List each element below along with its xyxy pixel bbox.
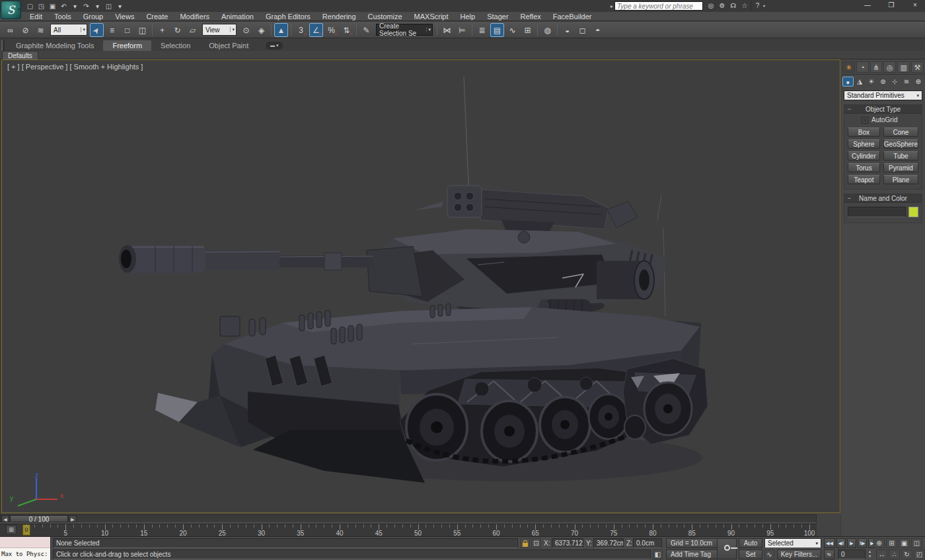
frame-spinner[interactable]: ▴ ▾ [867, 549, 873, 559]
minimize-button[interactable]: — [860, 0, 875, 11]
modify-tab-icon[interactable]: ◔ [856, 61, 869, 73]
unlink-selection-icon[interactable]: ⊘ [18, 23, 32, 37]
selection-filter-dropdown[interactable]: All▾ [50, 24, 87, 36]
cameras-category-icon[interactable]: ⊚ [877, 77, 889, 87]
menu-item[interactable]: Graph Editors [260, 12, 316, 21]
satellite-icon[interactable]: ☊ [728, 1, 739, 11]
named-selection-set-dropdown[interactable]: Create Selection Se▾ [376, 24, 433, 36]
lights-category-icon[interactable]: ☀ [866, 77, 877, 87]
go-to-start-button[interactable]: ◀◀ [824, 538, 835, 548]
select-object-icon[interactable]: ➤ [90, 23, 104, 37]
menu-item[interactable]: Modifiers [174, 12, 215, 21]
menu-item[interactable]: Tools [48, 12, 77, 21]
material-editor-icon[interactable]: ◍ [540, 23, 554, 37]
play-button[interactable]: ▶ [847, 538, 856, 548]
bind-to-space-warp-icon[interactable]: ≋ [34, 23, 48, 37]
schematic-view-icon[interactable]: ⊞ [521, 23, 535, 37]
ribbon-more-button[interactable]: ▬ ▾ [266, 42, 283, 50]
primitive-button[interactable]: Torus [848, 163, 880, 172]
absolute-offset-mode-icon[interactable]: ⊡ [531, 538, 541, 548]
set-key-button[interactable]: Set Key [739, 549, 762, 559]
select-and-scale-icon[interactable]: ▱ [186, 23, 200, 37]
walk-through-icon[interactable]: ∴ [889, 549, 900, 559]
time-slider-next-arrow[interactable]: ▶ [69, 515, 77, 522]
edit-named-selection-sets-icon[interactable]: ✎ [359, 23, 373, 37]
rectangular-selection-region-icon[interactable]: □ [120, 23, 134, 37]
space-warps-category-icon[interactable]: ≋ [901, 77, 912, 87]
current-frame-field[interactable]: 0 [838, 549, 866, 559]
new-scene-icon[interactable]: ▢ [25, 1, 35, 11]
zoom-extents-all-icon[interactable]: ◫ [911, 538, 922, 548]
y-coord-field[interactable]: 369.72cm [593, 538, 624, 548]
menu-item[interactable]: Create [140, 12, 174, 21]
shapes-category-icon[interactable]: ◮ [854, 77, 866, 87]
select-and-manipulate-icon[interactable]: ◈ [254, 23, 268, 37]
redo-icon[interactable]: ↷ [81, 1, 91, 11]
menu-item[interactable]: Stager [481, 12, 514, 21]
time-slider-prev-arrow[interactable]: ◀ [1, 515, 9, 522]
app-logo-button[interactable]: S ▾ [1, 1, 21, 19]
restore-button[interactable]: ❐ [884, 0, 899, 11]
open-file-icon[interactable]: ◳ [36, 1, 46, 11]
new-key-default-curve-icon[interactable]: ∿ [764, 549, 774, 559]
create-tab-icon[interactable]: ✳ [842, 61, 855, 73]
menu-item[interactable]: Animation [215, 12, 260, 21]
ribbon-subtab-defaults[interactable]: Defaults [2, 51, 38, 59]
menu-item[interactable]: Reflex [515, 12, 547, 21]
track-ruler[interactable]: 0 51015202530354045505560657075808590951… [0, 524, 817, 536]
binoculars-icon[interactable]: ◎ [706, 1, 716, 11]
spinner-up-icon[interactable]: ▴ [867, 549, 873, 554]
primitive-button[interactable]: Teapot [848, 175, 880, 184]
key-mode-toggle-button[interactable]: ⇆ [824, 549, 834, 559]
utilities-tab-icon[interactable]: ⚒ [911, 61, 924, 73]
motion-tab-icon[interactable]: ◎ [883, 61, 896, 73]
wrench-icon[interactable]: ⚙ [717, 1, 727, 11]
redo-caret-icon[interactable]: ▾ [92, 1, 102, 11]
name-and-color-rollout-header[interactable]: − Name and Color [844, 194, 922, 203]
select-by-name-icon[interactable]: ≡ [105, 23, 119, 37]
curve-editor-icon[interactable]: ∿ [505, 23, 519, 37]
systems-category-icon[interactable]: ⊕ [912, 77, 924, 87]
primitive-button[interactable]: Plane [883, 175, 918, 184]
primitive-button[interactable]: GeoSphere [883, 139, 918, 149]
save-file-icon[interactable]: ▣ [48, 1, 57, 11]
key-filters-button[interactable]: Key Filters... [777, 549, 821, 559]
help-icon[interactable]: ? [751, 1, 761, 11]
undo-caret-icon[interactable]: ▾ [70, 1, 80, 11]
perspective-viewport[interactable]: [ + ] [ Perspective ] [ Smooth + Highlig… [1, 59, 840, 513]
search-input[interactable] [614, 1, 703, 11]
x-coord-field[interactable]: 6373.712cm [552, 538, 583, 548]
render-setup-icon[interactable]: ◒ [560, 23, 574, 37]
select-and-link-icon[interactable]: ∞ [3, 23, 17, 37]
listener-macro-pane[interactable] [0, 537, 50, 548]
isolate-selection-icon[interactable]: ◧ [653, 549, 663, 559]
z-coord-field[interactable]: 0.0cm [633, 538, 662, 548]
menu-item[interactable]: Group [77, 12, 110, 21]
helpers-category-icon[interactable]: ⊹ [889, 77, 901, 87]
undo-icon[interactable]: ↶ [59, 1, 69, 11]
manage-layers-icon[interactable]: ≣ [475, 23, 489, 37]
display-tab-icon[interactable]: ▥ [897, 61, 910, 73]
search-expander-icon[interactable]: ▸ [610, 3, 613, 9]
help-caret-icon[interactable]: ▾ [762, 1, 766, 11]
mini-curve-editor-button[interactable]: ⊞ [6, 525, 17, 534]
close-button[interactable]: × [908, 0, 922, 11]
ribbon-tab[interactable]: Selection [151, 40, 200, 51]
previous-frame-button[interactable]: ◀‖ [836, 538, 846, 548]
ribbon-tab[interactable]: Freeform [103, 40, 151, 51]
maximize-viewport-icon[interactable]: ◰ [914, 549, 925, 559]
menu-item[interactable]: Views [109, 12, 140, 21]
selection-lock-icon[interactable] [520, 538, 530, 548]
set-keys-button[interactable] [717, 538, 737, 559]
select-and-move-icon[interactable]: + [155, 23, 169, 37]
star-icon[interactable]: ☆ [739, 1, 750, 11]
primitive-button[interactable]: Pyramid [883, 163, 918, 172]
zoom-icon[interactable]: ⊕ [873, 538, 885, 548]
hierarchy-tab-icon[interactable]: ⋔ [870, 61, 883, 73]
zoom-all-icon[interactable]: ⊞ [886, 538, 897, 548]
use-pivot-point-center-icon[interactable]: ⊙ [239, 23, 253, 37]
maxscript-mini-listener[interactable]: Max to Physc: [0, 537, 51, 560]
angle-snap-icon[interactable]: ∠∩ [309, 23, 323, 37]
auto-key-button[interactable]: Auto Key [739, 538, 762, 548]
percent-snap-icon[interactable]: %∩ [324, 23, 338, 37]
